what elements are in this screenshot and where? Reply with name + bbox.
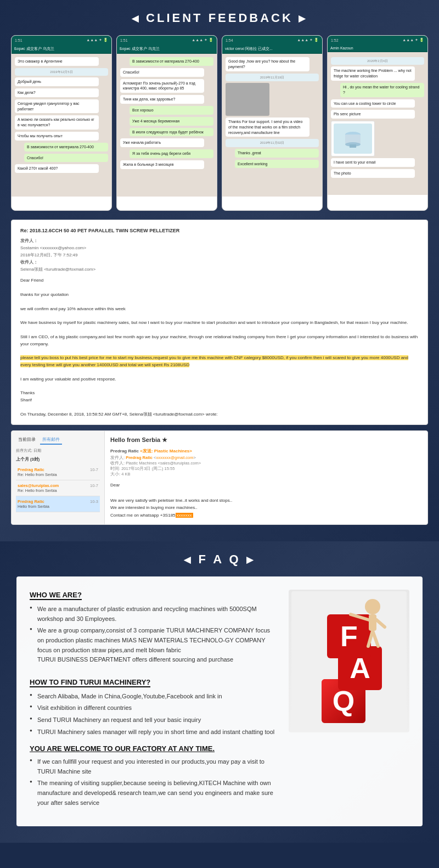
factory-item-1: If we can fullfill your request and you … — [30, 757, 278, 776]
chat-signal-4: ▲▲▲ ✦ 🔋 — [402, 38, 424, 42]
svg-rect-13 — [369, 614, 376, 631]
email-main: Hello from Serbia ★ Predrag Ratic <发送: P… — [105, 431, 427, 524]
chat-contact-name-1: Борис 成交客户 乌克兰 — [14, 47, 54, 51]
chat-header-2: 1:51 ▲▲▲ ✦ 🔋 — [117, 36, 217, 44]
chat-contact-name-3: victor cenxi 阿格拉 已成交... — [225, 47, 273, 51]
chat-msg: You can use a cooling tower to circle — [331, 99, 415, 108]
email-date: 2018年12月8日, 下午 7:52:49 — [20, 252, 419, 259]
email-from-label: 发件人：Sostamin <xxxxxxx@yahoo.com> — [20, 238, 419, 252]
chat-time-2: 1:51 — [120, 38, 128, 42]
faq-content: WHO WE ARE? We are a manufacturer of pla… — [16, 576, 423, 826]
email-list-item-2[interactable]: sales@turuiplas.com 10-7 Re: Hello from … — [16, 480, 100, 496]
chat-body-2: В зависимости от материала 270-400 Спаси… — [117, 54, 217, 197]
svg-point-12 — [365, 599, 380, 614]
how-to-find-heading: HOW TO FIND TURUI MACHINERY? — [30, 678, 150, 687]
serbia-email-container: 当前目录 所有邮件 排序方式: 日期 上个月 (3封) Predrag Rati… — [11, 430, 428, 525]
chat-contact-bar-1: Борис 成交客户 乌克兰 — [12, 44, 111, 54]
email-sidebar: 当前目录 所有邮件 排序方式: 日期 上个月 (3封) Predrag Rati… — [12, 431, 105, 524]
chat-contact-name-4: Amin Kazoun — [330, 46, 353, 50]
chat-msg: The machine working fine Problem ... why… — [331, 66, 415, 81]
how-to-find-item-2: Visit exhibition in different countries — [30, 703, 278, 713]
faq-title: F A Q — [198, 552, 240, 567]
faq-image-container: Q A F — [289, 590, 409, 732]
email-subject-item-2: Re: Hello from Serbia — [18, 488, 98, 493]
email-to-full: 收件人: Plastic Machines <sales@turuiplas.c… — [110, 461, 422, 466]
chat-msg: Какой 270т какой 400? — [15, 164, 99, 173]
chat-msg: Спасибо! — [120, 68, 204, 77]
chat-msg: Это скважер в Аргентине — [15, 57, 99, 66]
faq-inner: WHO WE ARE? We are a manufacturer of pla… — [30, 590, 409, 813]
chevron-left-icon: ◀ — [132, 13, 140, 24]
chat-msg-sent: В зависимости от материала 270-400 — [24, 143, 108, 152]
chat-msg: Как дела? — [15, 88, 99, 97]
chat-msg: Добрый день — [15, 77, 99, 86]
email-datetime: 时间: 2017年10月3日 (周二) 15:55 — [110, 466, 422, 472]
email-sender-2: sales@turuiplas.com — [18, 483, 59, 488]
chat-contact-name-2: Борис 成交客户 乌克兰 — [120, 47, 160, 51]
chat-msg-sent: Excellent working — [235, 160, 319, 169]
sidebar-tab-current[interactable]: 当前目录 — [16, 435, 38, 445]
svg-rect-3 — [350, 144, 356, 148]
client-feedback-title: CLIENT FEEDBACK — [146, 11, 293, 25]
email-to-label: 收件人：Selena张姐 <turuitrade@foxmail.com> — [20, 259, 419, 273]
chat-date: 2020年2月4日 — [331, 57, 424, 65]
email-size: 大小: 4 KB — [110, 472, 422, 477]
chat-msg-sent: Я за тебя очень рад береги себя — [130, 149, 213, 158]
chat-msg-sent: В зависимости от материала 270-400 — [130, 57, 213, 66]
chat-screenshot-1: 1:51 ▲▲▲ ✦ 🔋 Борис 成交客户 乌克兰 Это скважер … — [11, 35, 112, 211]
month-label: 上个月 (3封) — [16, 457, 100, 462]
chat-header-3: 1:54 ▲▲▲ ✦ 🔋 — [222, 36, 322, 44]
who-we-are-item-2: We are a group company,consist of 3 comp… — [30, 626, 278, 664]
chat-msg: Сегодня увидел грануллятор у вас работае… — [15, 99, 99, 114]
chat-date: 2019年12月5日 — [15, 68, 108, 76]
chat-msg: Жила в больнице 3 месяцев — [120, 160, 204, 169]
chat-contact-bar-3: victor cenxi 阿格拉 已成交... — [222, 44, 322, 54]
chat-date: 2019年11月02日 — [226, 139, 319, 147]
who-we-are-item-1: We are a manufacturer of plastic extrusi… — [30, 604, 278, 624]
chat-msg-sent: Уже 4 месяца беременная — [130, 117, 213, 126]
chat-msg-sent: Thanks ,great — [235, 149, 319, 158]
email-main-subject: Hello from Serbia ★ — [110, 436, 422, 444]
email-main-body: Dear We are very satisfy with peletiser … — [110, 481, 422, 519]
cooling-tower-image — [331, 121, 375, 156]
section-title-client-feedback: ◀ CLIENT FEEDBACK ▶ — [11, 11, 428, 25]
email-from-org: <发送: Plastic Machines> — [140, 449, 192, 453]
chat-msg-sent: В июля следующего года будет ребёнок — [130, 128, 213, 137]
email-to: Selena张姐 <turuitrade@foxmail.com> — [20, 266, 419, 273]
chat-header-1: 1:51 ▲▲▲ ✦ 🔋 — [12, 36, 111, 44]
email-date-1: 10-7 — [90, 467, 98, 472]
faq-section: ◀ F A Q ▶ WHO WE ARE? We are a manufactu… — [0, 541, 439, 843]
email-sender-3: Predrag Ratic — [18, 499, 44, 504]
faq-text: WHO WE ARE? We are a manufacturer of pla… — [30, 590, 278, 813]
chat-time-4: 1:52 — [331, 38, 339, 42]
email-list-item-3[interactable]: Predrag Ratic 10-3 Hello from Serbia — [16, 496, 100, 512]
chat-msg: Good day ,how are you? how about the pay… — [226, 57, 309, 71]
chat-body-1: Это скважер в Аргентине 2019年12月5日 Добры… — [12, 54, 111, 197]
email-list-item-1[interactable]: Predrag Ratic 10-7 Re: Hello from Serbia — [16, 464, 100, 480]
chat-body-4: 2020年2月4日 The machine working fine Probl… — [328, 52, 427, 195]
how-to-find-item-4: TURUI Machinery sales manager will reply… — [30, 727, 278, 737]
chat-time-1: 1:51 — [15, 38, 22, 42]
chat-screenshot-4: 1:52 ▲▲▲ ✦ 🔋 Amin Kazoun 2020年2月4日 The m… — [327, 35, 428, 211]
email-date-3: 10-3 — [90, 499, 98, 504]
chat-msg-sent: Все хорошо — [130, 106, 213, 115]
email-meta-1: 发件人：Sostamin <xxxxxxx@yahoo.com> 2018年12… — [20, 238, 419, 273]
email-from-name: Predrag Ratic — [110, 449, 139, 453]
chat-time-3: 1:54 — [226, 38, 233, 42]
sidebar-tab-all[interactable]: 所有邮件 — [40, 435, 62, 445]
email-body-1: Dear Friend thanks for your quotation we… — [20, 277, 419, 418]
chat-msg: А можно ли сказать как реально сколько к… — [15, 115, 99, 130]
email-subject-item-3: Hello from Serbia — [18, 504, 98, 509]
email-subject-item-1: Re: Hello from Serbia — [18, 472, 98, 477]
chat-msg: Чтобы мы получить опыт — [15, 132, 99, 141]
faq-chevron-left-icon: ◀ — [184, 555, 193, 565]
chat-msg: Агломерат Пэ зочень рыхлый)-270 а пэд ка… — [120, 79, 204, 93]
factory-list: If we can fullfill your request and you … — [30, 757, 278, 808]
faq-figure-image: Q A F — [289, 590, 409, 732]
chat-screenshot-2: 1:51 ▲▲▲ ✦ 🔋 Борис 成交客户 乌克兰 В зависимост… — [116, 35, 217, 211]
how-to-find-item-1: Search Alibaba, Made in China,Google,You… — [30, 692, 278, 702]
email-sidebar-header: 当前目录 所有邮件 — [16, 435, 100, 445]
email-main-meta: 发件人: Predrag Ratic <xxxxxxx@gmail.com> 收… — [110, 455, 422, 477]
chat-contact-bar-2: Борис 成交客户 乌克兰 — [117, 44, 217, 54]
chat-image — [226, 83, 269, 116]
